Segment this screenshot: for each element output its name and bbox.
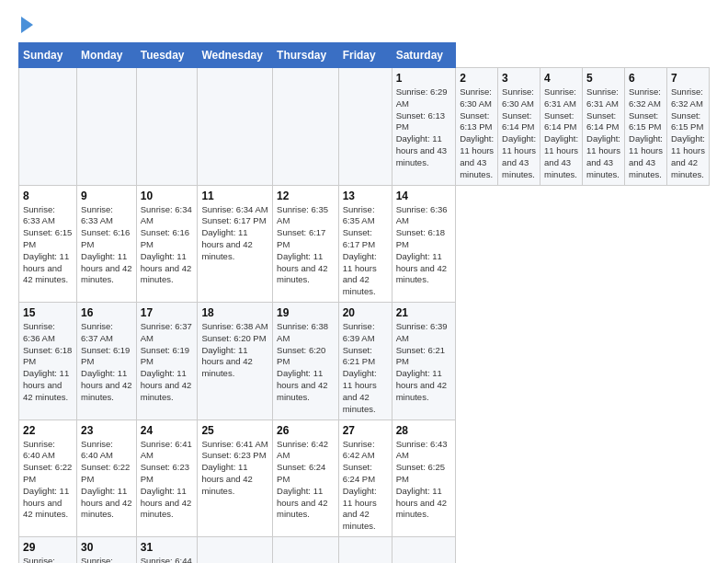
day-info: Sunrise: 6:35 AMSunset: 6:17 PMDaylight:… [343,204,388,299]
day-number: 2 [460,72,494,85]
calendar-table: SundayMondayTuesdayWednesdayThursdayFrid… [18,42,710,563]
logo [18,17,33,33]
day-info: Sunrise: 6:41 AMSunset: 6:23 PMDaylight:… [141,439,194,522]
day-info: Sunrise: 6:40 AMSunset: 6:22 PMDaylight:… [23,439,73,522]
day-number: 25 [201,424,268,437]
day-info: Sunrise: 6:43 AMSunset: 6:26 PMDaylight:… [81,556,132,563]
day-number: 27 [343,424,388,437]
calendar-cell: 25Sunrise: 6:41 AMSunset: 6:23 PMDayligh… [198,419,273,537]
calendar-cell [198,537,273,564]
calendar-header-saturday: Saturday [392,43,456,68]
calendar-week-row: 29Sunrise: 6:43 AMSunset: 6:25 PMDayligh… [19,537,710,564]
day-info: Sunrise: 6:38 AMSunset: 6:20 PMDaylight:… [201,321,268,380]
day-number: 3 [502,72,536,85]
day-number: 26 [277,424,335,437]
calendar-header-monday: Monday [77,43,137,68]
day-number: 19 [277,306,335,319]
calendar-cell [392,537,456,564]
day-info: Sunrise: 6:36 AMSunset: 6:18 PMDaylight:… [396,204,452,287]
calendar-cell [136,68,198,186]
calendar-cell: 22Sunrise: 6:40 AMSunset: 6:22 PMDayligh… [19,419,77,537]
calendar-cell: 19Sunrise: 6:38 AMSunset: 6:20 PMDayligh… [273,303,339,420]
calendar-cell: 11Sunrise: 6:34 AMSunset: 6:17 PMDayligh… [198,185,273,303]
calendar-cell: 18Sunrise: 6:38 AMSunset: 6:20 PMDayligh… [198,303,273,420]
day-number: 31 [141,541,194,554]
calendar-cell: 28Sunrise: 6:43 AMSunset: 6:25 PMDayligh… [392,419,456,537]
calendar-cell: 17Sunrise: 6:37 AMSunset: 6:19 PMDayligh… [136,303,198,420]
day-info: Sunrise: 6:39 AMSunset: 6:21 PMDaylight:… [343,321,388,416]
calendar-cell [273,68,339,186]
day-number: 21 [396,306,452,319]
day-number: 22 [23,424,73,437]
day-number: 1 [396,72,452,85]
day-number: 7 [671,72,705,85]
calendar-cell [77,68,137,186]
header [18,17,710,33]
day-info: Sunrise: 6:42 AMSunset: 6:24 PMDaylight:… [343,439,388,534]
day-info: Sunrise: 6:38 AMSunset: 6:20 PMDaylight:… [277,321,335,404]
calendar-cell: 30Sunrise: 6:43 AMSunset: 6:26 PMDayligh… [77,537,137,564]
day-number: 14 [396,190,452,202]
calendar-header-sunday: Sunday [19,43,77,68]
day-info: Sunrise: 6:33 AMSunset: 6:15 PMDaylight:… [23,204,73,287]
calendar-cell: 27Sunrise: 6:42 AMSunset: 6:24 PMDayligh… [338,419,392,537]
day-info: Sunrise: 6:42 AMSunset: 6:24 PMDaylight:… [277,439,335,522]
day-number: 9 [81,190,132,202]
day-number: 16 [81,306,132,319]
day-info: Sunrise: 6:41 AMSunset: 6:23 PMDaylight:… [201,439,268,498]
day-info: Sunrise: 6:34 AMSunset: 6:16 PMDaylight:… [141,204,194,287]
day-info: Sunrise: 6:43 AMSunset: 6:25 PMDaylight:… [396,439,452,522]
day-number: 4 [544,72,578,85]
calendar-cell: 29Sunrise: 6:43 AMSunset: 6:25 PMDayligh… [19,537,77,564]
calendar-header-thursday: Thursday [273,43,339,68]
calendar-cell: 14Sunrise: 6:36 AMSunset: 6:18 PMDayligh… [392,185,456,303]
day-number: 29 [23,541,73,554]
calendar-cell: 24Sunrise: 6:41 AMSunset: 6:23 PMDayligh… [136,419,198,537]
calendar-cell: 2Sunrise: 6:30 AMSunset: 6:13 PMDaylight… [456,68,498,186]
calendar-cell: 4Sunrise: 6:31 AMSunset: 6:14 PMDaylight… [540,68,583,186]
day-info: Sunrise: 6:33 AMSunset: 6:16 PMDaylight:… [81,204,132,287]
calendar-cell: 8Sunrise: 6:33 AMSunset: 6:15 PMDaylight… [19,185,77,303]
calendar-week-row: 15Sunrise: 6:36 AMSunset: 6:18 PMDayligh… [19,303,710,420]
logo-arrow-icon [21,17,33,33]
calendar-cell: 7Sunrise: 6:32 AMSunset: 6:15 PMDaylight… [666,68,709,186]
calendar-cell [338,537,392,564]
day-number: 5 [586,72,620,85]
day-number: 15 [23,306,73,319]
day-number: 11 [201,190,268,202]
day-number: 28 [396,424,452,437]
calendar-week-row: 22Sunrise: 6:40 AMSunset: 6:22 PMDayligh… [19,419,710,537]
calendar-cell: 15Sunrise: 6:36 AMSunset: 6:18 PMDayligh… [19,303,77,420]
day-info: Sunrise: 6:34 AMSunset: 6:17 PMDaylight:… [201,204,268,263]
day-number: 8 [23,190,73,202]
day-number: 10 [141,190,194,202]
day-info: Sunrise: 6:43 AMSunset: 6:25 PMDaylight:… [23,556,73,563]
calendar-cell [338,68,392,186]
day-number: 12 [277,190,335,202]
calendar-cell: 23Sunrise: 6:40 AMSunset: 6:22 PMDayligh… [77,419,137,537]
day-number: 13 [343,190,388,202]
calendar-cell [198,68,273,186]
calendar-cell [19,68,77,186]
day-info: Sunrise: 6:32 AMSunset: 6:15 PMDaylight:… [671,86,705,181]
day-info: Sunrise: 6:37 AMSunset: 6:19 PMDaylight:… [141,321,194,404]
day-number: 6 [629,72,663,85]
day-info: Sunrise: 6:30 AMSunset: 6:14 PMDaylight:… [502,86,536,181]
calendar-cell: 21Sunrise: 6:39 AMSunset: 6:21 PMDayligh… [392,303,456,420]
calendar-cell: 9Sunrise: 6:33 AMSunset: 6:16 PMDaylight… [77,185,137,303]
day-info: Sunrise: 6:44 AMSunset: 6:26 PMDaylight:… [141,556,194,563]
calendar-cell: 6Sunrise: 6:32 AMSunset: 6:15 PMDaylight… [625,68,667,186]
day-info: Sunrise: 6:40 AMSunset: 6:22 PMDaylight:… [81,439,132,522]
day-info: Sunrise: 6:37 AMSunset: 6:19 PMDaylight:… [81,321,132,404]
calendar-cell: 31Sunrise: 6:44 AMSunset: 6:26 PMDayligh… [136,537,198,564]
calendar-header-tuesday: Tuesday [136,43,198,68]
day-info: Sunrise: 6:29 AMSunset: 6:13 PMDaylight:… [396,86,452,169]
calendar-header-row: SundayMondayTuesdayWednesdayThursdayFrid… [19,43,710,68]
calendar-cell: 1Sunrise: 6:29 AMSunset: 6:13 PMDaylight… [392,68,456,186]
calendar-cell [273,537,339,564]
day-info: Sunrise: 6:31 AMSunset: 6:14 PMDaylight:… [544,86,578,181]
calendar-week-row: 1Sunrise: 6:29 AMSunset: 6:13 PMDaylight… [19,68,710,186]
calendar-header-wednesday: Wednesday [198,43,273,68]
calendar-cell: 13Sunrise: 6:35 AMSunset: 6:17 PMDayligh… [338,185,392,303]
day-number: 24 [141,424,194,437]
